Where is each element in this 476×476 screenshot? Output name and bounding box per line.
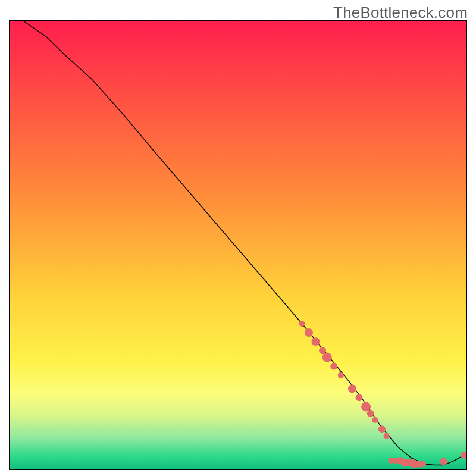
plot-area: [9, 20, 467, 470]
data-point: [440, 458, 447, 465]
data-point: [299, 321, 305, 327]
data-point: [312, 337, 320, 346]
chart-frame: TheBottleneck.com: [0, 0, 476, 476]
data-point: [372, 417, 378, 423]
data-point: [305, 328, 313, 337]
data-point: [322, 353, 332, 362]
data-point: [367, 410, 374, 417]
background-rect: [10, 21, 466, 469]
data-point: [348, 384, 356, 393]
data-point: [330, 363, 337, 370]
data-point: [420, 461, 426, 467]
watermark-text: TheBottleneck.com: [333, 4, 468, 22]
data-point: [356, 394, 363, 401]
data-point: [361, 402, 371, 411]
data-point: [338, 372, 344, 378]
data-point: [384, 433, 390, 439]
chart-svg: [10, 21, 466, 469]
data-point: [378, 425, 386, 433]
